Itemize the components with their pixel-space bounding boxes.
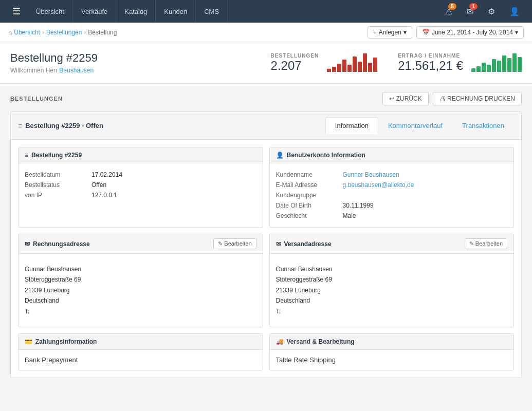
kundenname-row: Kundenname Gunnar Beushausen <box>276 170 508 180</box>
nav-item-kunden[interactable]: Kunden <box>156 0 196 23</box>
email-label: E-Mail Adresse <box>276 181 343 189</box>
revenue-stat: ERTRAG / EINNAHME 21.561,21 € <box>398 53 522 73</box>
revenue-chart <box>471 53 522 72</box>
header-subtitle: Willkommen Herr Beushausen <box>10 67 250 74</box>
list-icon: ≡ <box>25 152 28 159</box>
order-card-title: ≡ Bestellung #2259 - Offen <box>18 122 103 130</box>
breadcrumb-bar: ⌂ Übersicht › Bestellungen › Bestellung … <box>0 23 532 42</box>
breadcrumb-uebersicht[interactable]: Übersicht <box>14 29 40 36</box>
date-range-picker[interactable]: 📅 June 21, 2014 - July 20, 2014 ▾ <box>416 26 524 39</box>
geschlecht-row: Geschlecht Male <box>276 211 508 221</box>
home-icon[interactable]: ⌂ <box>8 29 12 36</box>
tab-transaktionen[interactable]: Transaktionen <box>452 117 514 134</box>
user-icon: 👤 <box>509 7 520 16</box>
email-value: g.beushausen@allekto.de <box>343 181 414 189</box>
benutzerkonto-card-header: 👤 Benutzerkonto Information <box>270 147 514 163</box>
gear-icon-btn[interactable]: ⚙ <box>481 0 502 23</box>
top-navigation: ☰ Übersicht Verkäufe Katalog Kunden CMS … <box>0 0 532 23</box>
versand-bearbeitung-title: Versand & Bearbeitung <box>287 338 355 345</box>
zahlungsinformation-value: Bank Prepayment <box>25 356 256 364</box>
geschlecht-value: Male <box>343 212 356 219</box>
breadcrumb-bestellungen[interactable]: Bestellungen <box>46 29 82 36</box>
nav-item-cms[interactable]: CMS <box>196 0 228 23</box>
print-button[interactable]: 🖨 RECHNUNG DRUCKEN <box>433 92 522 105</box>
header-stats: Bestellung #2259 Willkommen Herr Beushau… <box>0 42 532 84</box>
anlegen-button[interactable]: + Anlegen ▾ <box>368 26 412 39</box>
orders-chart <box>327 53 377 72</box>
date-range-text: June 21, 2014 - July 20, 2014 <box>432 29 513 36</box>
versandadresse-header: ✉ Versandadresse ✎ Bearbeiten <box>270 234 514 254</box>
versand-bearbeitung-card: 🚚 Versand & Bearbeitung Table Rate Shipp… <box>269 333 515 370</box>
tab-kommentarverlauf[interactable]: Kommentarverlauf <box>378 117 452 134</box>
orders-value: 2.207 <box>271 59 319 73</box>
username-link[interactable]: Beushausen <box>59 67 94 74</box>
versandadresse-edit-button[interactable]: ✎ Bearbeiten <box>465 238 507 249</box>
bestellung-card-title: Bestellung #2259 <box>31 152 82 159</box>
bestellung-card: ≡ Bestellung #2259 Bestelldatum 17.02.20… <box>18 147 263 228</box>
bestelldatum-row: Bestelldatum 17.02.2014 <box>25 170 256 180</box>
plus-icon: + <box>373 29 377 36</box>
versandadresse-text: Gunnar BeushausenStöteroggestraße 692133… <box>276 260 508 321</box>
breadcrumb-sep-1: › <box>42 29 44 36</box>
kundengruppe-label: Kundengruppe <box>276 192 343 199</box>
bestellstatus-value: Offen <box>91 181 106 189</box>
benutzerkonto-card: 👤 Benutzerkonto Information Kundenname G… <box>269 147 515 228</box>
alert-icon-btn[interactable]: ⚠ 5 <box>438 0 460 23</box>
tab-bar: Information Kommentarverlauf Transaktion… <box>325 117 514 134</box>
versand-bearbeitung-body: Table Rate Shipping <box>270 350 514 370</box>
main-content: BESTELLUNGEN ↩ ZURÜCK 🖨 RECHNUNG DRUCKEN… <box>0 84 532 393</box>
email-link[interactable]: g.beushausen@allekto.de <box>343 181 414 189</box>
rechnungsadresse-text: Gunnar BeushausenStöteroggestraße 692133… <box>25 260 256 321</box>
dob-row: Date Of Birth 30.11.1999 <box>276 200 508 211</box>
versandadresse-card: ✉ Versandadresse ✎ Bearbeiten Gunnar Beu… <box>269 234 515 327</box>
nav-item-verkaeufe[interactable]: Verkäufe <box>73 0 116 23</box>
breadcrumb: ⌂ Übersicht › Bestellungen › Bestellung <box>8 29 117 36</box>
section-title: BESTELLUNGEN <box>10 96 63 102</box>
breadcrumb-current: Bestellung <box>88 29 117 36</box>
von-ip-label: von IP <box>25 192 91 199</box>
versandadresse-body: Gunnar BeushausenStöteroggestraße 692133… <box>270 254 514 327</box>
dob-label: Date Of Birth <box>276 202 343 209</box>
geschlecht-label: Geschlecht <box>276 212 343 219</box>
back-button[interactable]: ↩ ZURÜCK <box>382 92 428 105</box>
nav-item-katalog[interactable]: Katalog <box>116 0 156 23</box>
hamburger-menu[interactable]: ☰ <box>5 0 28 23</box>
anlegen-label: Anlegen <box>379 29 401 36</box>
bestellstatus-row: Bestellstatus Offen <box>25 180 256 190</box>
rechnungsadresse-edit-button[interactable]: ✎ Bearbeiten <box>213 238 256 249</box>
dob-value: 30.11.1999 <box>343 202 374 209</box>
benutzerkonto-title: Benutzerkonto Information <box>287 152 365 159</box>
order-card: ≡ Bestellung #2259 - Offen Information K… <box>10 111 522 378</box>
user-icon-btn[interactable]: 👤 <box>502 0 527 23</box>
bestellung-card-header: ≡ Bestellung #2259 <box>19 147 263 163</box>
bestellstatus-label: Bestellstatus <box>25 181 91 189</box>
von-ip-row: von IP 127.0.0.1 <box>25 190 256 200</box>
mail-icon-btn[interactable]: ✉ 1 <box>460 0 481 23</box>
zahlungsinformation-title: Zahlungsinformation <box>35 338 97 345</box>
order-card-header: ≡ Bestellung #2259 - Offen Information K… <box>11 112 521 140</box>
tab-information[interactable]: Information <box>325 117 378 134</box>
chevron-down-icon-2: ▾ <box>515 29 518 36</box>
page-title: Bestellung #2259 <box>10 51 250 65</box>
chevron-down-icon: ▾ <box>403 29 407 36</box>
email-row: E-Mail Adresse g.beushausen@allekto.de <box>276 180 508 190</box>
zahlungsinformation-header: 💳 Zahlungsinformation <box>19 334 263 350</box>
nav-icons: ⚠ 5 ✉ 1 ⚙ 👤 <box>438 0 527 23</box>
breadcrumb-actions: + Anlegen ▾ 📅 June 21, 2014 - July 20, 2… <box>368 26 524 39</box>
envelope-icon-2: ✉ <box>276 240 281 248</box>
versand-bearbeitung-header: 🚚 Versand & Bearbeitung <box>270 334 514 350</box>
kundenname-link[interactable]: Gunnar Beushausen <box>343 171 399 178</box>
revenue-label: ERTRAG / EINNAHME <box>398 53 463 59</box>
revenue-value: 21.561,21 € <box>398 59 463 73</box>
envelope-icon: ✉ <box>25 240 30 248</box>
versandadresse-title: Versandadresse <box>284 240 332 248</box>
versand-bearbeitung-value: Table Rate Shipping <box>276 356 508 364</box>
content-grid: ≡ Bestellung #2259 Bestelldatum 17.02.20… <box>11 140 521 378</box>
credit-icon: 💳 <box>25 338 32 345</box>
orders-label: BESTELLUNGEN <box>271 53 319 59</box>
rechnungsadresse-card: ✉ Rechnungsadresse ✎ Bearbeiten Gunnar B… <box>18 234 263 327</box>
hamburger-icon: ≡ <box>18 122 22 130</box>
nav-item-uebersicht[interactable]: Übersicht <box>28 0 73 23</box>
rechnungsadresse-header: ✉ Rechnungsadresse ✎ Bearbeiten <box>19 234 263 254</box>
section-actions: ↩ ZURÜCK 🖨 RECHNUNG DRUCKEN <box>382 92 522 105</box>
